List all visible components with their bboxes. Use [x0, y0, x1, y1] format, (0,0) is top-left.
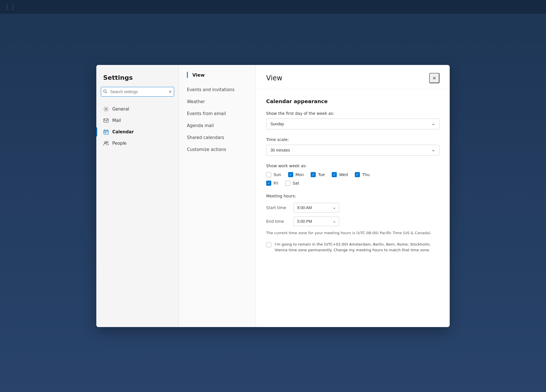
time-scale-dropdown-wrapper: 5 minutes 10 minutes 15 minutes 30 minut…: [266, 145, 439, 156]
sidebar-item-mail-label: Mail: [112, 118, 121, 123]
section-nav-customize-actions[interactable]: Customize actions: [179, 144, 256, 156]
remain-timezone-checkbox[interactable]: [266, 242, 271, 247]
end-time-label: End time: [266, 219, 289, 224]
work-week-label: Show work week as:: [266, 164, 439, 168]
mon-checkbox[interactable]: [288, 172, 293, 177]
search-input[interactable]: [101, 87, 174, 97]
section-nav-weather[interactable]: Weather: [179, 96, 256, 108]
sidebar-item-people[interactable]: People: [96, 138, 179, 149]
time-scale-dropdown[interactable]: 5 minutes 10 minutes 15 minutes 30 minut…: [266, 145, 439, 156]
section-nav: View Events and invitations Weather Even…: [179, 65, 256, 327]
people-icon: [103, 140, 109, 146]
remain-timezone-row: I'm going to remain in the (UTC+01:00) A…: [266, 242, 439, 254]
svg-line-1: [106, 92, 107, 93]
start-time-dropdown-wrapper: 8:00 AM 9:00 AM 10:00 AM: [294, 203, 339, 213]
start-time-select[interactable]: 8:00 AM 9:00 AM 10:00 AM: [294, 203, 339, 213]
thu-checkbox[interactable]: [355, 172, 360, 177]
timezone-text: The current time zone for your meeting h…: [266, 230, 439, 236]
settings-modal: Settings ✕ General: [96, 65, 450, 327]
day-row-1: Sun Mon Tue: [266, 172, 439, 177]
first-day-dropdown-wrapper: Sunday Monday Saturday: [266, 119, 439, 129]
day-fri[interactable]: Fri: [266, 181, 278, 186]
end-time-select[interactable]: 5:00 PM 6:00 PM: [294, 217, 339, 226]
section-nav-bar: [187, 72, 188, 78]
section-nav-events-invitations[interactable]: Events and invitations: [179, 84, 256, 96]
section-nav-events-from-email[interactable]: Events from email: [179, 108, 256, 120]
main-title: View: [266, 74, 282, 82]
first-day-group: Show the first day of the week as: Sunda…: [266, 111, 439, 129]
time-scale-label: Time scale:: [266, 137, 439, 142]
main-body: Calendar appearance Show the first day o…: [256, 89, 450, 327]
svg-rect-5: [105, 132, 105, 133]
remain-timezone-text: I'm going to remain in the (UTC+01:00) A…: [275, 242, 439, 254]
day-tue[interactable]: Tue: [311, 172, 325, 177]
sidebar-item-general[interactable]: General: [96, 103, 179, 115]
svg-point-8: [107, 142, 108, 143]
section-nav-shared-calendars[interactable]: Shared calendars: [179, 132, 256, 144]
sun-checkbox[interactable]: [266, 172, 271, 177]
search-icon: [103, 89, 107, 94]
sidebar-item-general-label: General: [112, 107, 129, 112]
wed-checkbox[interactable]: [332, 172, 337, 177]
sidebar-item-mail[interactable]: Mail: [96, 115, 179, 126]
day-mon[interactable]: Mon: [288, 172, 304, 177]
section-nav-agenda-mail[interactable]: Agenda mail: [179, 120, 256, 132]
sidebar-item-people-label: People: [112, 141, 127, 146]
day-row-2: Fri Sat: [266, 181, 439, 186]
section-nav-title: View: [179, 72, 256, 84]
svg-point-7: [105, 142, 106, 143]
sidebar-item-calendar[interactable]: Calendar: [96, 126, 179, 138]
first-day-dropdown[interactable]: Sunday Monday Saturday: [266, 119, 439, 129]
sidebar: Settings ✕ General: [96, 65, 179, 327]
main-content: View × Calendar appearance Show the firs…: [256, 65, 450, 327]
day-thu[interactable]: Thu: [355, 172, 370, 177]
fri-checkbox[interactable]: [266, 181, 271, 186]
work-week-group: Show work week as: Sun Mon: [266, 164, 439, 186]
search-clear-icon[interactable]: ✕: [168, 89, 172, 94]
time-scale-group: Time scale: 5 minutes 10 minutes 15 minu…: [266, 137, 439, 156]
first-day-label: Show the first day of the week as:: [266, 111, 439, 116]
mail-icon: [103, 118, 109, 123]
search-box-wrapper: ✕: [101, 87, 174, 97]
sat-checkbox[interactable]: [285, 181, 290, 186]
day-sun[interactable]: Sun: [266, 172, 281, 177]
svg-point-2: [105, 109, 107, 110]
start-time-row: Start time 8:00 AM 9:00 AM 10:00 AM: [266, 203, 439, 213]
svg-rect-3: [104, 119, 108, 122]
sidebar-title: Settings: [96, 74, 179, 87]
day-checkboxes: Sun Mon Tue: [266, 172, 439, 186]
tue-checkbox[interactable]: [311, 172, 316, 177]
day-sat[interactable]: Sat: [285, 181, 299, 186]
calendar-icon: [103, 129, 109, 135]
end-time-dropdown-wrapper: 5:00 PM 6:00 PM: [294, 217, 339, 226]
close-button[interactable]: ×: [429, 73, 439, 83]
modal-backdrop: Settings ✕ General: [0, 0, 546, 392]
calendar-appearance-heading: Calendar appearance: [266, 98, 439, 104]
meeting-hours-label: Meeting hours:: [266, 194, 439, 198]
gear-icon: [103, 106, 109, 112]
svg-rect-6: [106, 132, 107, 133]
main-header: View ×: [256, 65, 450, 89]
sidebar-item-calendar-label: Calendar: [112, 129, 134, 134]
meeting-hours-group: Meeting hours: Start time 8:00 AM 9:00 A…: [266, 194, 439, 253]
start-time-label: Start time: [266, 205, 289, 210]
end-time-row: End time 5:00 PM 6:00 PM: [266, 217, 439, 226]
day-wed[interactable]: Wed: [332, 172, 348, 177]
